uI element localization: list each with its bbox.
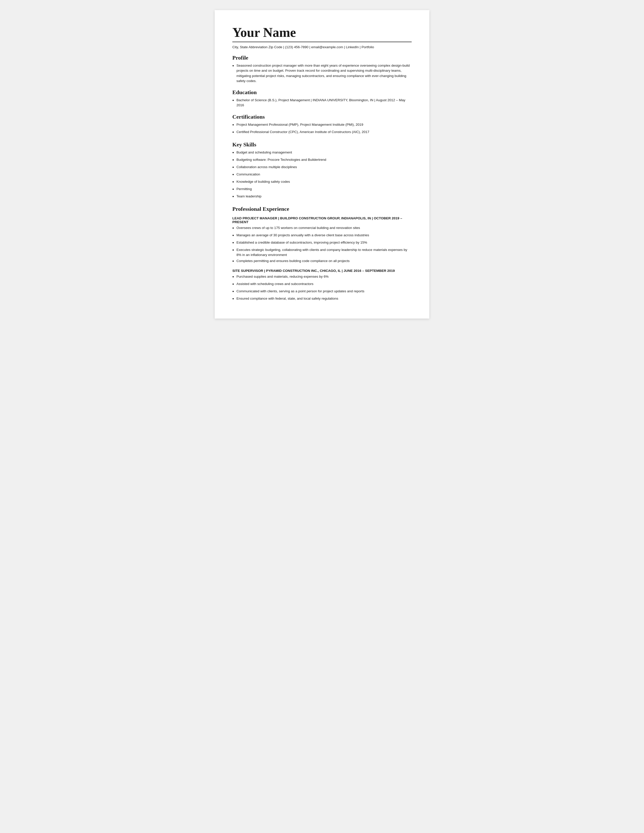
job1-bullet-2: Manages an average of 30 projects annual…: [237, 233, 369, 238]
skill-item-2: Budgeting software: Procore Technologies…: [237, 157, 326, 162]
profile-title: Profile: [232, 55, 412, 61]
list-item: Executes strategic budgeting, collaborat…: [232, 248, 412, 258]
list-item: Budget and scheduling management: [232, 150, 412, 156]
education-section: Education Bachelor of Science (B.S.), Pr…: [232, 89, 412, 108]
list-item: Communication: [232, 172, 412, 178]
education-title: Education: [232, 89, 412, 96]
resume-page: Your Name City, State Abbreviation Zip C…: [215, 10, 429, 318]
skill-item-7: Team leadership: [237, 194, 261, 199]
keyskills-list: Budget and scheduling management Budgeti…: [232, 150, 412, 200]
list-item: Collaboration across multiple discipline…: [232, 165, 412, 171]
job1-bullet-3: Established a credible database of subco…: [237, 240, 367, 245]
list-item: Completes permitting and ensures buildin…: [232, 259, 412, 265]
job-1-list: Oversees crews of up to 175 workers on c…: [232, 225, 412, 265]
job2-bullet-4: Ensured compliance with federal, state, …: [237, 296, 338, 301]
list-item: Established a credible database of subco…: [232, 240, 412, 246]
certifications-title: Certifications: [232, 114, 412, 120]
profile-list: Seasoned construction project manager wi…: [232, 63, 412, 84]
certifications-list: Project Management Professional (PMP), P…: [232, 122, 412, 136]
list-item: Certified Professional Constructor (CPC)…: [232, 130, 412, 136]
job-title-2: SITE SUPERVISOR | PYRAMID CONSTRUCTION I…: [232, 269, 412, 273]
experience-section: Professional Experience LEAD PROJECT MAN…: [232, 206, 412, 303]
cert-item-1: Project Management Professional (PMP), P…: [237, 122, 363, 127]
list-item: Manages an average of 30 projects annual…: [232, 233, 412, 239]
name-divider: [232, 42, 412, 42]
list-item: Budgeting software: Procore Technologies…: [232, 157, 412, 164]
resume-name: Your Name: [232, 25, 412, 40]
skill-item-1: Budget and scheduling management: [237, 150, 292, 155]
list-item: Purchased supplies and materials, reduci…: [232, 274, 412, 280]
list-item: Knowledge of building safety codes: [232, 179, 412, 185]
contact-line: City, State Abbreviation Zip Code | (123…: [232, 45, 412, 49]
list-item: Permitting: [232, 187, 412, 193]
list-item: Bachelor of Science (B.S.), Project Mana…: [232, 98, 412, 108]
profile-section: Profile Seasoned construction project ma…: [232, 55, 412, 84]
list-item: Communicated with clients, serving as a …: [232, 289, 412, 295]
job1-bullet-1: Oversees crews of up to 175 workers on c…: [237, 225, 360, 230]
job-title-1: LEAD PROJECT MANAGER | BUILDPRO CONSTRUC…: [232, 216, 412, 224]
list-item: Team leadership: [232, 194, 412, 200]
keyskills-section: Key Skills Budget and scheduling managem…: [232, 142, 412, 200]
list-item: Project Management Professional (PMP), P…: [232, 122, 412, 129]
skill-item-3: Collaboration across multiple discipline…: [237, 165, 297, 170]
list-item: Oversees crews of up to 175 workers on c…: [232, 225, 412, 232]
experience-title: Professional Experience: [232, 206, 412, 212]
job2-bullet-1: Purchased supplies and materials, reduci…: [237, 274, 328, 279]
list-item: Seasoned construction project manager wi…: [232, 63, 412, 84]
list-item: Assisted with scheduling crews and subco…: [232, 281, 412, 288]
education-item-1: Bachelor of Science (B.S.), Project Mana…: [237, 98, 412, 108]
skill-item-6: Permitting: [237, 187, 252, 191]
keyskills-title: Key Skills: [232, 142, 412, 148]
certifications-section: Certifications Project Management Profes…: [232, 114, 412, 136]
job2-bullet-2: Assisted with scheduling crews and subco…: [237, 281, 313, 286]
skill-item-5: Knowledge of building safety codes: [237, 179, 290, 184]
list-item: Ensured compliance with federal, state, …: [232, 296, 412, 302]
job1-bullet-4: Executes strategic budgeting, collaborat…: [237, 248, 412, 258]
profile-item-1: Seasoned construction project manager wi…: [237, 63, 412, 84]
job-2-list: Purchased supplies and materials, reduci…: [232, 274, 412, 302]
education-list: Bachelor of Science (B.S.), Project Mana…: [232, 98, 412, 108]
cert-item-2: Certified Professional Constructor (CPC)…: [237, 130, 369, 135]
job1-bullet-5: Completes permitting and ensures buildin…: [237, 259, 349, 264]
skill-item-4: Communication: [237, 172, 260, 177]
name-section: Your Name City, State Abbreviation Zip C…: [232, 25, 412, 49]
job2-bullet-3: Communicated with clients, serving as a …: [237, 289, 364, 294]
